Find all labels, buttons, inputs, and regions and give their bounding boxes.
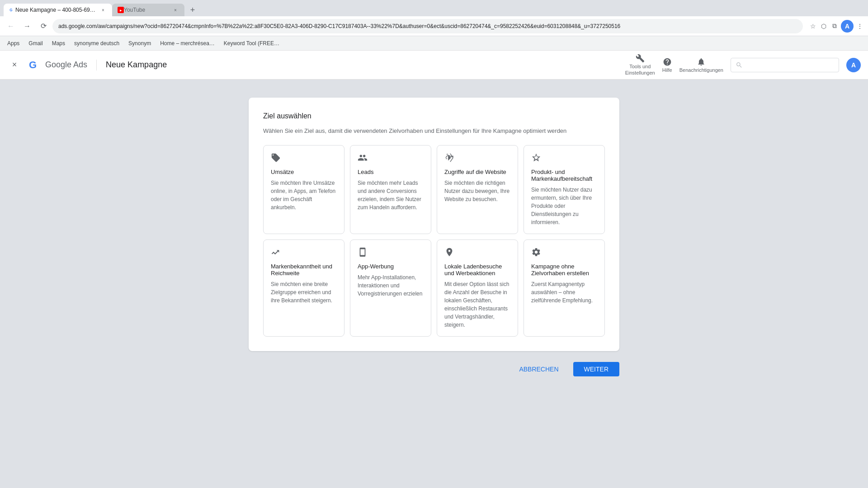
leads-title: Leads — [358, 169, 424, 175]
profile-avatar[interactable]: A — [841, 20, 854, 33]
bookmark-home[interactable]: Home – merchrésea… — [156, 39, 218, 47]
bookmarks-bar: Apps Gmail Maps synonyme deutsch Synonym… — [0, 36, 868, 51]
goal-produkt[interactable]: Produkt- und Markenkaufbereitschaft Sie … — [524, 145, 605, 234]
tab-close-google-ads[interactable]: × — [99, 6, 107, 14]
produkt-icon — [531, 153, 597, 165]
action-row: ABBRECHEN WEITER — [249, 362, 619, 376]
bookmark-synonym[interactable]: Synonym — [125, 39, 155, 47]
back-button[interactable]: ← — [4, 19, 18, 33]
tools-settings-button[interactable]: Tools undEinstellungen — [625, 54, 655, 75]
markenbekanntheit-icon — [271, 247, 337, 259]
help-icon — [663, 57, 672, 66]
lokale-title: Lokale Ladenbesuche und Werbeaktionen — [444, 263, 510, 277]
notifications-button[interactable]: Benachrichtigungen — [679, 57, 723, 73]
goal-lokale[interactable]: Lokale Ladenbesuche und Werbeaktionen Mi… — [437, 239, 518, 337]
tab-youtube[interactable]: YouTube × — [112, 4, 184, 16]
goal-grid: Umsätze Sie möchten Ihre Umsätze online,… — [263, 145, 605, 337]
produkt-desc: Sie möchten Nutzer dazu ermuntern, sich … — [531, 186, 597, 226]
tab-favicon-google-ads: G — [9, 7, 15, 13]
svg-text:G: G — [29, 59, 37, 70]
bookmark-synonyme[interactable]: synonyme deutsch — [71, 39, 123, 47]
new-tab-button[interactable]: + — [186, 4, 199, 16]
zugriffe-desc: Sie möchten die richtigen Nutzer dazu be… — [444, 179, 510, 203]
bookmark-gmail-label: Gmail — [28, 40, 42, 47]
tab-title-google-ads: Neue Kampagne – 400-805-692… — [15, 7, 97, 13]
goal-app-werbung[interactable]: App-Werbung Mehr App-Installationen, Int… — [350, 239, 431, 337]
bookmark-home-label: Home – merchrésea… — [160, 40, 215, 47]
google-ads-logo: G Google Ads — [27, 58, 87, 72]
close-campaign-button[interactable]: × — [7, 58, 22, 72]
bookmark-apps[interactable]: Apps — [4, 39, 23, 47]
app-name-label: Google Ads — [45, 60, 87, 70]
address-bar-row: ← → ⟳ ads.google.com/aw/campaigns/new?oc… — [0, 16, 868, 36]
bookmark-keyword[interactable]: Keyword Tool (FREE… — [220, 39, 283, 47]
umsaetze-title: Umsätze — [271, 169, 337, 175]
cast-icon[interactable]: ⬡ — [819, 22, 828, 31]
app-werbung-desc: Mehr App-Installationen, Interaktionen u… — [358, 273, 424, 298]
goal-leads[interactable]: Leads Sie möchten mehr Leads und andere … — [350, 145, 431, 234]
extensions-icon[interactable]: ⧉ — [830, 22, 839, 31]
goal-umsaetze[interactable]: Umsätze Sie möchten Ihre Umsätze online,… — [263, 145, 344, 234]
goal-ohne-zielvorhaben[interactable]: Kampagne ohne Zielvorhaben erstellen Zue… — [524, 239, 605, 337]
card-subtitle: Wählen Sie ein Ziel aus, damit die verwe… — [263, 127, 605, 134]
zugriffe-icon — [444, 153, 510, 165]
chrome-menu-icon[interactable]: ⋮ — [855, 22, 864, 31]
goal-markenbekanntheit[interactable]: Markenbekanntheit und Reichweite Sie möc… — [263, 239, 344, 337]
tab-favicon-youtube — [118, 7, 124, 13]
goal-zugriffe[interactable]: Zugriffe auf die Website Sie möchten die… — [437, 145, 518, 234]
google-ads-icon: G — [27, 58, 42, 72]
bookmark-synonym-label: Synonym — [128, 40, 151, 47]
bookmark-maps-label: Maps — [52, 40, 65, 47]
tab-close-youtube[interactable]: × — [172, 6, 179, 14]
ohne-zielvorhaben-icon — [531, 247, 597, 259]
help-label: Hilfe — [662, 67, 672, 73]
tab-title-youtube: YouTube — [124, 7, 169, 13]
umsaetze-icon — [271, 153, 337, 165]
notifications-icon — [697, 57, 706, 66]
bookmark-maps[interactable]: Maps — [48, 39, 69, 47]
tab-bar: G Neue Kampagne – 400-805-692… × YouTube… — [0, 0, 868, 16]
bookmark-keyword-label: Keyword Tool (FREE… — [224, 40, 279, 47]
svg-point-4 — [447, 154, 448, 155]
main-content: Ziel auswählen Wählen Sie ein Ziel aus, … — [0, 80, 868, 488]
card-title: Ziel auswählen — [263, 112, 605, 120]
header-right: Tools undEinstellungen Hilfe Benachricht… — [625, 54, 861, 75]
bookmark-gmail[interactable]: Gmail — [25, 39, 46, 47]
page-title: Neue Kampagne — [106, 60, 167, 70]
zugriffe-title: Zugriffe auf die Website — [444, 169, 510, 175]
app-werbung-icon — [358, 247, 424, 259]
campaign-card: Ziel auswählen Wählen Sie ein Ziel aus, … — [249, 98, 619, 351]
address-bar[interactable]: ads.google.com/aw/campaigns/new?ocid=862… — [52, 19, 803, 33]
svg-text:G: G — [9, 8, 12, 12]
bookmark-synonyme-label: synonyme deutsch — [74, 40, 119, 47]
bookmark-apps-label: Apps — [7, 40, 19, 47]
reload-button[interactable]: ⟳ — [36, 19, 51, 33]
tab-google-ads[interactable]: G Neue Kampagne – 400-805-692… × — [4, 4, 112, 16]
bookmark-star-icon[interactable]: ☆ — [808, 22, 817, 31]
address-text: ads.google.com/aw/campaigns/new?ocid=862… — [58, 23, 620, 29]
markenbekanntheit-desc: Sie möchten eine breite Zielgruppe errei… — [271, 280, 337, 305]
tools-icon — [636, 54, 645, 63]
app-werbung-title: App-Werbung — [358, 263, 424, 270]
header-separator — [96, 60, 97, 70]
address-icons: ☆ ⬡ ⧉ — [808, 22, 839, 31]
forward-button[interactable]: → — [20, 19, 34, 33]
lokale-icon — [444, 247, 510, 259]
cancel-button[interactable]: ABBRECHEN — [512, 362, 566, 376]
markenbekanntheit-title: Markenbekanntheit und Reichweite — [271, 263, 337, 277]
lokale-desc: Mit dieser Option lässt sich die Anzahl … — [444, 280, 510, 329]
notifications-label: Benachrichtigungen — [679, 67, 723, 73]
continue-button[interactable]: WEITER — [573, 362, 619, 376]
ohne-zielvorhaben-title: Kampagne ohne Zielvorhaben erstellen — [531, 263, 597, 277]
app-header: × G Google Ads Neue Kampagne Tools undEi… — [0, 51, 868, 80]
svg-point-6 — [446, 158, 448, 160]
leads-icon — [358, 153, 424, 165]
umsaetze-desc: Sie möchten Ihre Umsätze online, in Apps… — [271, 179, 337, 211]
search-icon — [736, 61, 743, 69]
tools-label: Tools undEinstellungen — [625, 64, 655, 75]
produkt-title: Produkt- und Markenkaufbereitschaft — [531, 169, 597, 182]
user-avatar[interactable]: A — [846, 58, 861, 72]
help-button[interactable]: Hilfe — [662, 57, 672, 73]
leads-desc: Sie möchten mehr Leads und andere Conver… — [358, 179, 424, 211]
header-search-bar[interactable] — [731, 58, 839, 72]
